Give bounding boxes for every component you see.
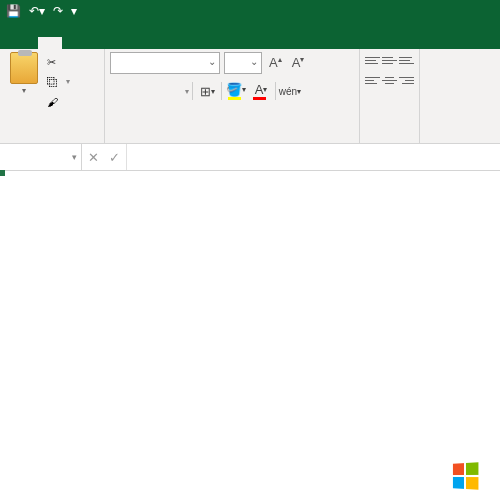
tab-insert[interactable] — [62, 37, 86, 49]
align-center-button[interactable] — [382, 72, 397, 88]
watermark — [446, 460, 490, 492]
clipboard-group: ▾ ✂ ⿻▾ 🖌 — [0, 49, 105, 143]
ribbon: ▾ ✂ ⿻▾ 🖌 A▴ A▾ ▾ ⊞▾ — [0, 49, 500, 144]
tab-data[interactable] — [134, 37, 158, 49]
font-name-select[interactable] — [110, 52, 220, 74]
italic-button[interactable] — [135, 80, 157, 102]
bold-button[interactable] — [110, 80, 132, 102]
align-group-label — [365, 139, 414, 143]
tab-review[interactable] — [158, 37, 182, 49]
tab-file[interactable] — [14, 37, 38, 49]
copy-icon: ⿻ — [47, 72, 58, 92]
font-size-select[interactable] — [224, 52, 262, 74]
decrease-font-button[interactable]: A▾ — [289, 55, 308, 70]
tab-page-layout[interactable] — [86, 37, 110, 49]
format-painter-button[interactable]: 🖌 — [47, 92, 70, 112]
font-group-label — [110, 139, 354, 143]
formula-input[interactable] — [139, 144, 500, 170]
cut-button[interactable]: ✂ — [47, 52, 70, 72]
tab-home[interactable] — [38, 37, 62, 49]
customize-qat-icon[interactable]: ▾ — [71, 4, 77, 18]
border-button[interactable]: ⊞▾ — [196, 80, 218, 102]
formula-buttons: ✕ ✓ — [82, 144, 127, 170]
tab-formulas[interactable] — [110, 37, 134, 49]
save-icon[interactable]: 💾 — [6, 4, 21, 18]
scissors-icon: ✂ — [47, 52, 56, 72]
fill-color-button[interactable]: 🪣▾ — [225, 80, 247, 102]
windows-logo-icon — [453, 462, 479, 489]
tab-help[interactable] — [206, 37, 230, 49]
enter-formula-icon[interactable]: ✓ — [109, 150, 120, 165]
font-color-button[interactable]: A▾ — [250, 80, 272, 102]
formula-bar-row: ✕ ✓ — [0, 144, 500, 171]
ribbon-tabs — [0, 22, 500, 49]
align-group — [360, 49, 420, 143]
undo-icon[interactable]: ↶▾ — [29, 4, 45, 18]
tab-view[interactable] — [182, 37, 206, 49]
align-middle-button[interactable] — [382, 52, 397, 68]
underline-button[interactable] — [160, 80, 182, 102]
selection-box — [0, 171, 4, 175]
brush-icon: 🖌 — [47, 92, 58, 112]
redo-icon[interactable]: ↷ — [53, 4, 63, 18]
paste-button[interactable]: ▾ — [5, 52, 43, 112]
increase-font-button[interactable]: A▴ — [266, 55, 285, 70]
clipboard-group-label — [5, 139, 99, 143]
cancel-formula-icon[interactable]: ✕ — [88, 150, 99, 165]
align-left-button[interactable] — [365, 72, 380, 88]
align-bottom-button[interactable] — [399, 52, 414, 68]
align-top-button[interactable] — [365, 52, 380, 68]
align-right-button[interactable] — [399, 72, 414, 88]
copy-button[interactable]: ⿻▾ — [47, 72, 70, 92]
font-group: A▴ A▾ ▾ ⊞▾ 🪣▾ A▾ wén▾ — [105, 49, 360, 143]
name-box[interactable] — [0, 144, 82, 170]
clipboard-icon — [10, 52, 38, 84]
title-bar: 💾 ↶▾ ↷ ▾ — [0, 0, 500, 22]
fx-label[interactable] — [127, 144, 139, 170]
phonetic-button[interactable]: wén▾ — [279, 80, 301, 102]
